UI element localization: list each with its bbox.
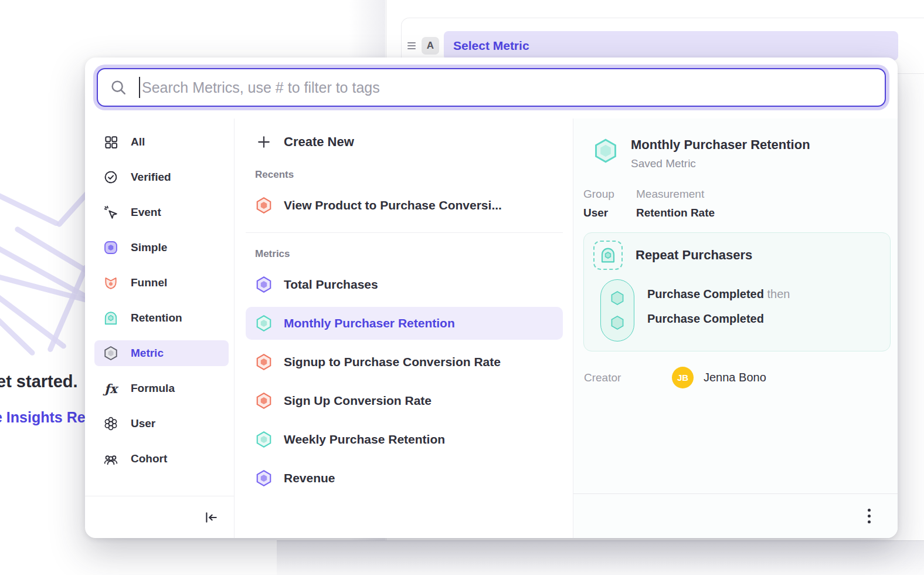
detail-footer (573, 493, 898, 538)
list-divider (246, 232, 563, 233)
sidebar-item-verified[interactable]: Verified (94, 164, 229, 190)
detail-subtitle: Saved Metric (631, 157, 810, 170)
sidebar-item-label: Formula (131, 382, 175, 395)
search-icon (110, 79, 127, 96)
get-started-text: et started. (0, 372, 78, 391)
simple-metric-icon (255, 469, 273, 487)
funnel-metric-icon (255, 392, 273, 410)
detail-meta: Group User Measurement Retention Rate (583, 188, 891, 219)
sidebar-item-retention[interactable]: Retention (94, 305, 229, 331)
sidebar-item-label: Funnel (131, 276, 167, 289)
metric-row-weekly-purchase-retention[interactable]: Weekly Purchase Retention (246, 423, 563, 456)
detail-header: Monthly Purchaser Retention Saved Metric (583, 137, 891, 170)
sidebar-item-label: Verified (131, 171, 171, 184)
recent-metric-row[interactable]: View Product to Purchase Conversi... (246, 189, 563, 222)
metric-row-label: Monthly Purchaser Retention (284, 316, 455, 330)
metric-row-signup-to-purchase-conversion-rate[interactable]: Signup to Purchase Conversion Rate (246, 346, 563, 378)
sidebar-item-label: All (131, 136, 145, 148)
creator-row: Creator JB Jenna Bono (583, 367, 891, 388)
sidebar-item-label: Simple (131, 241, 167, 254)
retention-arch-icon (103, 310, 118, 326)
sidebar-item-label: Cohort (131, 452, 167, 465)
sidebar-item-formula[interactable]: ƒx Formula (94, 376, 229, 401)
sidebar-item-event[interactable]: Event (94, 199, 229, 225)
series-a-badge[interactable]: A (422, 37, 439, 55)
metric-row-label: Total Purchases (284, 278, 378, 292)
sidebar-item-label: Metric (131, 347, 164, 360)
verified-badge-icon (103, 170, 118, 185)
metric-row-sign-up-conversion-rate[interactable]: Sign Up Conversion Rate (246, 384, 563, 417)
dashed-selection-icon (593, 241, 623, 270)
filter-sidebar: All Verified (85, 119, 235, 538)
step1-event: Purchase Completed (647, 288, 764, 300)
group-label: Group (583, 188, 622, 201)
step2-event: Purchase Completed (647, 312, 764, 325)
kebab-menu-button[interactable] (864, 504, 874, 529)
measurement-label: Measurement (636, 188, 715, 201)
recents-section-label: Recents (246, 169, 563, 181)
step-hexagon-icon (609, 290, 626, 306)
metric-row-label: Weekly Purchase Retention (284, 432, 445, 447)
definition-card: Repeat Purchasers (583, 232, 891, 351)
sidebar-item-metric[interactable]: Metric (94, 340, 229, 366)
metric-row-label: Sign Up Conversion Rate (284, 394, 432, 408)
funnel-metric-icon (255, 353, 273, 371)
detail-title: Monthly Purchaser Retention (631, 137, 810, 153)
sidebar-item-cohort[interactable]: Cohort (94, 446, 229, 472)
definition-name: Repeat Purchasers (636, 248, 752, 263)
metric-row-total-purchases[interactable]: Total Purchases (246, 268, 563, 301)
sidebar-item-all[interactable]: All (94, 129, 229, 155)
creator-label: Creator (584, 371, 672, 384)
metric-list-column: Create New Recents View Product to Purch… (235, 119, 573, 538)
creator-name: Jenna Bono (704, 371, 766, 384)
step-connector: then (767, 288, 790, 300)
metric-selector-modal: All Verified (85, 58, 898, 538)
simple-metric-icon (103, 240, 118, 255)
retention-metric-icon (255, 314, 273, 332)
sidebar-item-label: Event (131, 206, 161, 219)
formula-fx-icon: ƒx (103, 381, 118, 396)
retention-metric-icon (255, 431, 273, 448)
metric-row-label: Signup to Purchase Conversion Rate (284, 355, 501, 369)
drag-handle-icon[interactable] (407, 42, 418, 49)
metric-row-monthly-purchaser-retention[interactable]: Monthly Purchaser Retention (246, 307, 563, 340)
search-focus-ring (93, 65, 889, 110)
cohort-people-icon (103, 451, 118, 466)
sidebar-item-user[interactable]: User (94, 411, 229, 437)
page-bottom-gradient (277, 541, 924, 575)
event-cursor-icon (103, 205, 118, 220)
plus-icon (255, 133, 273, 151)
user-cluster-icon (103, 416, 118, 431)
group-value: User (583, 207, 622, 219)
sidebar-item-label: Retention (131, 312, 182, 324)
metric-detail-panel: Monthly Purchaser Retention Saved Metric… (573, 119, 898, 538)
funnel-metric-icon (255, 197, 273, 214)
select-metric-button[interactable]: Select Metric (444, 31, 898, 60)
measurement-value: Retention Rate (636, 207, 715, 219)
search-bar[interactable] (97, 68, 886, 107)
search-input[interactable] (140, 79, 873, 96)
step-hexagon-icon (609, 314, 626, 331)
collapse-left-icon (203, 510, 219, 525)
sidebar-footer (85, 496, 234, 538)
sidebar-item-label: User (131, 417, 155, 430)
sidebar-item-funnel[interactable]: Funnel (94, 270, 229, 296)
retention-metric-icon-large (592, 137, 619, 164)
create-new-button[interactable]: Create New (246, 127, 563, 157)
metric-hexagon-icon (103, 346, 118, 361)
simple-metric-icon (255, 276, 273, 293)
create-new-label: Create New (284, 134, 354, 150)
creator-avatar: JB (672, 367, 694, 388)
metric-row-label: Revenue (284, 471, 335, 485)
metric-row-label: View Product to Purchase Conversi... (284, 198, 502, 212)
metric-row-revenue[interactable]: Revenue (246, 462, 563, 495)
insights-report-link[interactable]: e Insights Re (0, 409, 86, 426)
metrics-section-label: Metrics (246, 248, 563, 260)
grid-icon (103, 134, 118, 150)
funnel-icon (103, 275, 118, 290)
behavior-capsule (600, 279, 634, 341)
collapse-sidebar-button[interactable] (203, 510, 219, 525)
sidebar-item-simple[interactable]: Simple (94, 235, 229, 261)
